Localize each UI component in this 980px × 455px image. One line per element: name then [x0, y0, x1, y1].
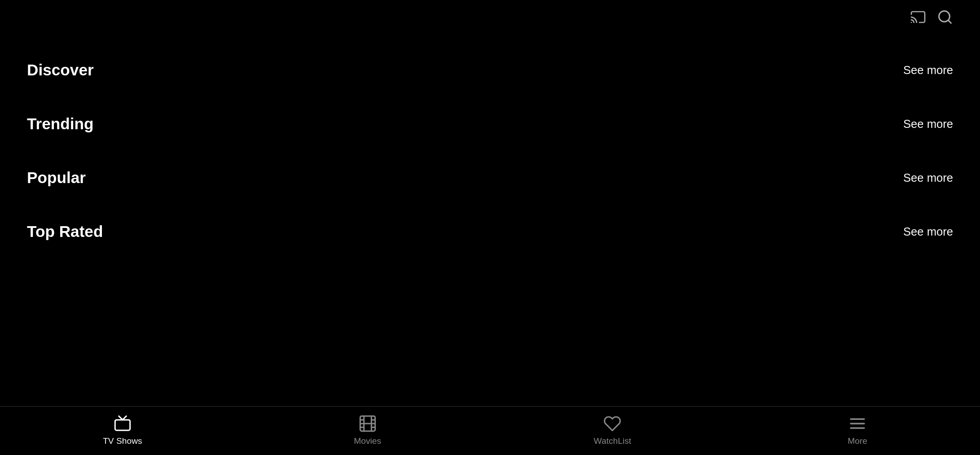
section-trending: Trending See more [27, 97, 953, 151]
nav-item-more[interactable]: More [735, 415, 980, 446]
nav-label-tv-shows: TV Shows [103, 436, 142, 446]
cast-icon[interactable] [910, 9, 926, 25]
tv-icon [114, 415, 132, 433]
header [0, 0, 980, 34]
nav-item-movies[interactable]: Movies [245, 415, 490, 446]
section-top-rated: Top Rated See more [27, 205, 953, 258]
heart-icon [603, 415, 621, 433]
section-title-discover: Discover [27, 61, 94, 79]
nav-item-watchlist[interactable]: WatchList [490, 415, 735, 446]
see-more-discover[interactable]: See more [903, 64, 953, 77]
see-more-popular[interactable]: See more [903, 171, 953, 184]
header-icons [910, 9, 953, 25]
section-title-popular: Popular [27, 169, 86, 187]
svg-line-2 [948, 20, 951, 23]
bottom-nav: TV Shows Movies WatchList [0, 406, 980, 455]
svg-rect-3 [115, 420, 130, 430]
nav-label-more: More [848, 436, 867, 446]
see-more-trending[interactable]: See more [903, 118, 953, 131]
section-discover: Discover See more [27, 43, 953, 97]
see-more-top-rated[interactable]: See more [903, 225, 953, 238]
movies-icon [359, 415, 377, 433]
section-title-trending: Trending [27, 115, 94, 133]
main-content: Discover See more Trending See more Popu… [0, 34, 980, 406]
nav-item-tv-shows[interactable]: TV Shows [0, 415, 245, 446]
section-popular: Popular See more [27, 151, 953, 205]
search-icon[interactable] [937, 9, 953, 25]
nav-label-movies: Movies [354, 436, 381, 446]
section-title-top-rated: Top Rated [27, 223, 103, 241]
nav-label-watchlist: WatchList [594, 436, 632, 446]
menu-icon [848, 415, 866, 433]
